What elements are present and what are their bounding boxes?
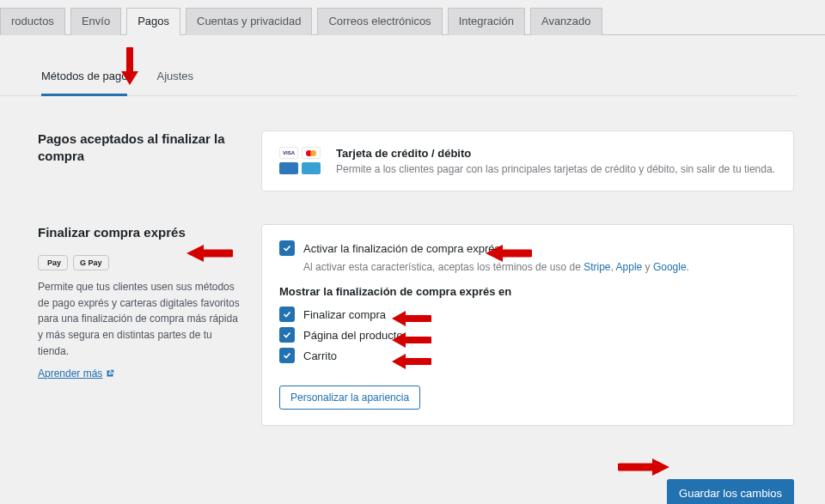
location-checkout-checkbox[interactable]	[279, 307, 295, 322]
customize-appearance-button[interactable]: Personalizar la apariencia	[279, 386, 420, 410]
location-cart-checkbox[interactable]	[279, 348, 295, 363]
section-accepted-payments: Pagos aceptados al finalizar la compra V…	[38, 131, 794, 191]
location-product-row: Página del producto	[279, 327, 776, 343]
enable-express-label: Activar la finalización de compra exprés	[303, 242, 500, 255]
express-wallet-badges: Pay G Pay	[38, 255, 244, 270]
terms-link-apple[interactable]: Apple	[616, 261, 643, 273]
settings-tabs: roductos Envío Pagos Cuentas y privacida…	[0, 0, 825, 35]
subtab-metodos-de-pago[interactable]: Métodos de pago	[41, 70, 127, 96]
amex-icon	[279, 162, 298, 174]
cb-icon	[302, 162, 321, 174]
save-row: Guardar los cambios	[0, 476, 825, 504]
express-checkout-panel: Activar la finalización de compra exprés…	[261, 224, 794, 426]
enable-express-checkbox[interactable]	[279, 240, 295, 256]
section-express-checkout: Finalizar compra exprés Pay G Pay Permit…	[38, 224, 794, 426]
express-checkout-title: Finalizar compra exprés	[38, 224, 244, 241]
credit-debit-card-desc: Permite a los clientes pagar con las pri…	[336, 163, 775, 175]
learn-more-link[interactable]: Aprender más	[38, 367, 114, 380]
terms-link-google[interactable]: Google	[653, 261, 687, 273]
location-product-checkbox[interactable]	[279, 327, 295, 343]
tab-pagos[interactable]: Pagos	[126, 8, 180, 35]
location-cart-row: Carrito	[279, 348, 776, 363]
credit-debit-card-title: Tarjeta de crédito / débito	[336, 147, 775, 160]
location-checkout-row: Finalizar compra	[279, 307, 776, 322]
external-link-icon	[106, 369, 114, 378]
google-pay-icon: G Pay	[73, 255, 109, 270]
save-changes-button[interactable]: Guardar los cambios	[667, 479, 794, 504]
tab-integracion[interactable]: Integración	[448, 8, 525, 35]
express-checkout-desc: Permite que tus clientes usen sus método…	[38, 279, 244, 359]
accepted-payments-title: Pagos aceptados al finalizar la compra	[38, 131, 244, 166]
visa-icon: VISA	[279, 147, 298, 159]
payment-sub-tabs: Métodos de pago Ajustes	[0, 35, 798, 96]
tab-correos[interactable]: Correos electrónicos	[317, 8, 442, 35]
location-product-label: Página del producto	[303, 329, 403, 342]
enable-express-row: Activar la finalización de compra exprés	[279, 240, 776, 256]
mastercard-icon	[302, 147, 321, 159]
tab-avanzado[interactable]: Avanzado	[530, 8, 602, 35]
tab-productos[interactable]: roductos	[0, 8, 65, 35]
tab-cuentas-privacidad[interactable]: Cuentas y privacidad	[186, 8, 312, 35]
show-express-heading: Mostrar la finalización de compra exprés…	[279, 285, 776, 298]
accepted-payments-panel: VISA Tarjeta de crédito / débito Permite…	[261, 131, 794, 191]
terms-link-stripe[interactable]: Stripe	[584, 261, 610, 273]
settings-content: Pagos aceptados al finalizar la compra V…	[0, 96, 825, 476]
card-brand-logos: VISA	[279, 147, 321, 174]
subtab-ajustes[interactable]: Ajustes	[156, 70, 193, 96]
apple-pay-icon: Pay	[38, 255, 68, 270]
location-cart-label: Carrito	[303, 349, 337, 362]
location-checkout-label: Finalizar compra	[303, 308, 386, 321]
tab-envio[interactable]: Envío	[70, 8, 121, 35]
express-terms-note: Al activar esta característica, aceptas …	[303, 261, 776, 273]
